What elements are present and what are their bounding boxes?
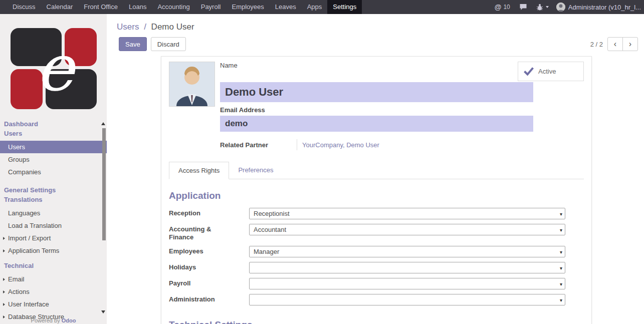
reception-select[interactable]: Receptionist ▾ [249, 208, 565, 219]
pager-next-button[interactable]: › [622, 37, 638, 51]
expand-arrow-icon [3, 290, 5, 293]
sidebar-section: Users Users Groups Companies [0, 129, 107, 178]
expand-arrow-icon [3, 303, 5, 306]
settings-side-menu: Dashboard Users Users Groups Companies G… [0, 119, 107, 323]
related-partner-row: Related Partner YourCompany, Demo User [220, 139, 584, 150]
menu-leaves[interactable]: Leaves [270, 0, 302, 14]
sidebar-item-application-terms[interactable]: Application Terms [0, 244, 107, 257]
tab-access-rights[interactable]: Access Rights [169, 162, 229, 179]
pager-value: 2 / 2 [590, 41, 603, 48]
menu-discuss[interactable]: Discuss [7, 0, 41, 14]
app-window: Discuss Calendar Front Office Loans Acco… [0, 0, 644, 324]
save-button[interactable]: Save [119, 37, 147, 51]
user-menu-button[interactable]: Administrator (v10_hr_l... [553, 0, 644, 14]
related-partner-label: Related Partner [220, 141, 297, 149]
sidebar-item-email[interactable]: Email [0, 273, 107, 285]
menu-settings[interactable]: Settings [327, 0, 362, 14]
sidebar-item-label: User Interface [8, 300, 49, 308]
administration-select[interactable]: ▾ [249, 294, 565, 305]
sidebar-section-general-settings[interactable]: General Settings [0, 185, 107, 195]
accounting-finance-select[interactable]: Accountant ▾ [249, 224, 565, 235]
field-row-holidays: Holidays ▾ [169, 262, 584, 273]
payroll-select[interactable]: ▾ [249, 278, 565, 289]
sidebar-section: Dashboard [0, 119, 107, 129]
field-label-accounting-finance: Accounting & Finance [169, 224, 249, 241]
name-input[interactable] [220, 82, 533, 102]
sidebar-item-companies[interactable]: Companies [0, 166, 107, 178]
sidebar-item-label: Application Terms [8, 247, 59, 254]
debug-menu-button[interactable] [532, 0, 553, 14]
sidebar-scrollbar-thumb[interactable] [102, 128, 106, 240]
sidebar-item-languages[interactable]: Languages [0, 207, 107, 219]
dropdown-arrow-icon: ▾ [560, 227, 562, 232]
sidebar-section: General Settings [0, 185, 107, 195]
sidebar-item-load-a-translation[interactable]: Load a Translation [0, 219, 107, 232]
app-menu: Discuss Calendar Front Office Loans Acco… [7, 0, 362, 14]
sidebar-section-dashboard[interactable]: Dashboard [0, 119, 107, 129]
mentions-button[interactable]: @ 10 [490, 0, 515, 14]
user-name: Administrator (v10_hr_l... [568, 4, 641, 11]
sidebar-item-groups[interactable]: Groups [0, 153, 107, 166]
dropdown-arrow-icon: ▾ [560, 211, 562, 216]
dropdown-arrow-icon: ▾ [560, 249, 562, 254]
field-label-reception: Reception [169, 208, 249, 219]
technical-settings-section-title: Technical Settings [169, 319, 584, 324]
chat-button[interactable] [515, 0, 532, 14]
field-label-holidays: Holidays [169, 262, 249, 273]
sidebar-item-label: Email [8, 275, 25, 283]
user-avatar [556, 3, 565, 12]
sidebar-item-user-interface[interactable]: User Interface [0, 298, 107, 310]
form-fields: Name Active Email Address Related Partne… [220, 62, 584, 150]
holidays-select[interactable]: ▾ [249, 262, 565, 273]
related-partner-link[interactable]: YourCompany, Demo User [302, 141, 379, 149]
access-rights-panel: Application Reception Receptionist ▾ Acc… [169, 179, 584, 324]
mentions-icon: @ [495, 3, 502, 11]
topbar: Discuss Calendar Front Office Loans Acco… [0, 0, 644, 14]
mentions-count: 10 [503, 4, 510, 11]
sidebar-section-translations[interactable]: Translations [0, 195, 107, 204]
user-photo[interactable] [169, 62, 215, 107]
menu-employees[interactable]: Employees [226, 0, 269, 14]
selected-value: Accountant [254, 226, 286, 233]
chat-icon [519, 4, 527, 11]
menu-loans[interactable]: Loans [123, 0, 152, 14]
menu-apps[interactable]: Apps [302, 0, 328, 14]
application-section-title: Application [169, 190, 584, 201]
email-input[interactable] [220, 116, 533, 132]
discard-button[interactable]: Discard [151, 37, 186, 51]
company-logo: e [11, 28, 97, 109]
tab-preferences[interactable]: Preferences [229, 162, 282, 179]
field-row-payroll: Payroll ▾ [169, 278, 584, 289]
breadcrumb-separator: / [144, 22, 146, 32]
powered-by-footer: Powered by Odoo [0, 317, 107, 324]
employees-select[interactable]: Manager ▾ [249, 246, 565, 257]
sidebar-item-users[interactable]: Users [0, 141, 107, 153]
main-content: Users / Demo User Save Discard 2 / 2 ‹ › [107, 14, 644, 324]
active-checkbox[interactable]: Active [518, 62, 584, 81]
sidebar: e Dashboard Users Users Groups Companies… [0, 14, 107, 324]
sidebar-section-users[interactable]: Users [0, 129, 107, 138]
menu-payroll[interactable]: Payroll [195, 0, 227, 14]
breadcrumb-current: Demo User [151, 22, 194, 32]
sidebar-section-technical[interactable]: Technical [0, 261, 107, 270]
menu-accounting[interactable]: Accounting [152, 0, 195, 14]
field-row-reception: Reception Receptionist ▾ [169, 208, 584, 219]
powered-by-label: Powered by [31, 317, 60, 323]
sidebar-item-import-export[interactable]: Import / Export [0, 232, 107, 244]
chevron-left-icon: ‹ [614, 40, 616, 48]
svg-text:e: e [36, 31, 77, 105]
breadcrumb-users-link[interactable]: Users [117, 22, 139, 32]
pager-previous-button[interactable]: ‹ [607, 37, 623, 51]
field-label-employees: Employees [169, 246, 249, 257]
expand-arrow-icon [3, 249, 5, 252]
scroll-down-icon[interactable] [101, 310, 105, 313]
odoo-brand-link[interactable]: Odoo [62, 317, 76, 323]
menu-front-office[interactable]: Front Office [78, 0, 123, 14]
menu-calendar[interactable]: Calendar [41, 0, 79, 14]
sidebar-item-actions[interactable]: Actions [0, 285, 107, 298]
pager: 2 / 2 ‹ › [590, 37, 638, 51]
selected-value: Receptionist [254, 210, 290, 217]
active-label: Active [538, 68, 556, 75]
scroll-up-icon[interactable] [101, 122, 105, 125]
sidebar-section: Translations Languages Load a Translatio… [0, 195, 107, 257]
